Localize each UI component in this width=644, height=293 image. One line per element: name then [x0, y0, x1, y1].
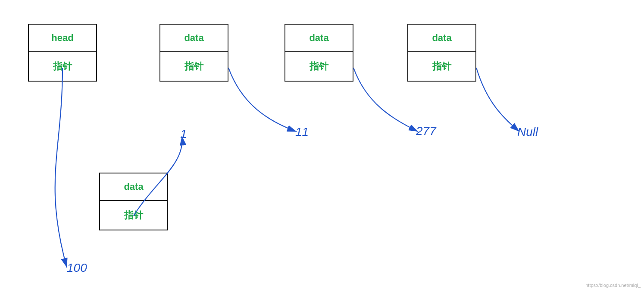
value-null: Null: [517, 125, 538, 139]
node1: data 指针: [159, 24, 228, 82]
node-bottom-pointer: 指针: [100, 201, 167, 230]
watermark: https://blog.csdn.net/mlql_: [585, 283, 641, 288]
head-pointer: 指针: [29, 52, 96, 81]
value-277: 277: [416, 124, 436, 138]
value-1: 1: [180, 127, 187, 141]
node2: data 指针: [284, 24, 353, 82]
node2-pointer: 指针: [285, 52, 353, 81]
node2-data: data: [285, 25, 353, 52]
node-bottom: data 指针: [99, 173, 168, 230]
value-100: 100: [67, 261, 87, 275]
node-bottom-data: data: [100, 173, 167, 201]
node3-pointer: 指针: [408, 52, 475, 81]
node3-data: data: [408, 25, 475, 52]
node3: data 指针: [407, 24, 476, 82]
node1-pointer: 指针: [160, 52, 228, 81]
head-label: head: [29, 25, 96, 52]
value-11: 11: [295, 125, 309, 139]
node1-data: data: [160, 25, 228, 52]
head-node: head 指针: [28, 24, 97, 82]
